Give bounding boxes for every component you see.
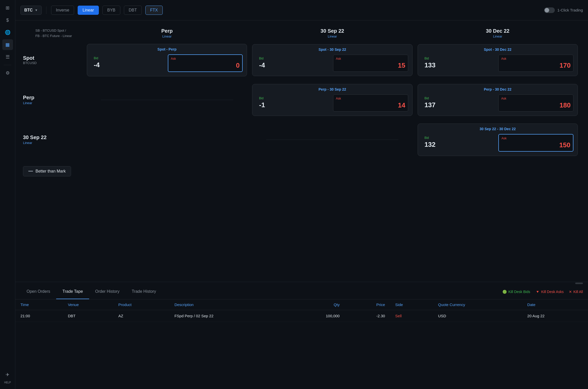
ask-value-spot-dec22: 170 <box>501 62 571 69</box>
td-time: 21:00 <box>15 310 63 322</box>
card-perp-dec22-title: Perp - 30 Dec 22 <box>422 87 573 91</box>
tab-trade-tape[interactable]: Trade Tape <box>56 284 89 299</box>
bid-box-perp-dec22: Bid 137 <box>422 94 497 112</box>
sidebar-icon-list[interactable]: ☰ <box>2 52 13 62</box>
resize-handle[interactable] <box>575 283 583 284</box>
row-label-sep22: 30 Sep 22 Linear <box>23 132 84 147</box>
asset-selector[interactable]: BTC ▼ <box>20 6 42 15</box>
spread-values-sep22-dec22: Bid 132 Ask 150 <box>422 134 573 152</box>
ask-label-sep22-dec22: Ask <box>501 137 570 140</box>
tab-byb[interactable]: BYB <box>102 6 120 15</box>
empty-perp-col1 <box>84 100 250 100</box>
tab-trade-history[interactable]: Trade History <box>126 284 162 299</box>
kill-all-icon: ✕ <box>569 290 572 294</box>
perp-type: Linear <box>23 101 84 105</box>
matrix-row-spot: Spot BTCUSD Spot - Perp Bid -4 Ask 0 <box>23 44 580 76</box>
tab-inverse[interactable]: Inverse <box>51 6 74 15</box>
help-label: HELP <box>4 381 11 384</box>
th-quote-currency: Quote Currency <box>433 299 522 310</box>
ask-box-spot-dec22[interactable]: Ask 170 <box>498 55 573 72</box>
bid-box-sep22-dec22: Bid 132 <box>422 134 497 152</box>
card-sep22-dec22-title: 30 Sep 22 - 30 Dec 22 <box>422 127 573 131</box>
bid-label-spot-dec22: Bid <box>425 57 495 60</box>
spread-values-spot-perp: Bid -4 Ask 0 <box>91 54 243 72</box>
ask-label-perp-dec22: Ask <box>501 97 571 100</box>
tab-order-history[interactable]: Order History <box>89 284 126 299</box>
sidebar-icon-grid[interactable]: ⊞ <box>2 3 13 13</box>
ask-label-spot-dec22: Ask <box>501 57 571 60</box>
th-qty: Qty <box>287 299 345 310</box>
sidebar-icon-dollar[interactable]: $ <box>2 15 13 26</box>
card-spot-dec22: Spot - 30 Dec 22 Bid 133 Ask 170 <box>418 44 578 76</box>
card-perp-sep22: Perp - 30 Sep 22 Bid -1 Ask 14 <box>252 84 412 116</box>
trade-table: Time Venue Product Description Qty Price… <box>15 299 588 322</box>
ask-box-sep22-dec22[interactable]: Ask 150 <box>498 134 573 152</box>
card-spot-dec22-title: Spot - 30 Dec 22 <box>422 47 573 52</box>
one-click-toggle[interactable] <box>544 7 555 13</box>
th-venue: Venue <box>63 299 113 310</box>
ask-value-perp-sep22: 14 <box>336 101 405 109</box>
bid-label-spot-sep22: Bid <box>259 57 329 60</box>
col-sep22-type: Linear <box>328 34 337 38</box>
mark-line-icon <box>28 171 33 172</box>
card-spot-perp: Spot - Perp Bid -4 Ask 0 <box>87 44 247 76</box>
ask-box-perp-sep22[interactable]: Ask 14 <box>333 94 408 112</box>
table-row: 21:00 DBT AZ FSpd Perp / 02 Sep 22 100,0… <box>15 310 588 322</box>
kill-desk-bids-button[interactable]: 🟢 Kill Desk Bids <box>502 290 530 294</box>
ask-label-perp-sep22: Ask <box>336 97 405 100</box>
header-sep22: 30 Sep 22 Linear <box>250 26 415 44</box>
tab-open-orders[interactable]: Open Orders <box>20 284 56 299</box>
header-empty: SB - BTCUSD Spot /FB - BTC Future - Line… <box>23 26 84 44</box>
ask-value-spot-perp: 0 <box>171 62 240 69</box>
header-perp: Perp Linear <box>84 26 250 44</box>
sidebar-icon-dashboard[interactable]: ▦ <box>2 39 13 50</box>
th-product: Product <box>113 299 169 310</box>
kill-desk-asks-button[interactable]: 🔻 Kill Desk Asks <box>535 290 564 294</box>
sidebar-icon-settings[interactable]: ⚙ <box>2 68 13 78</box>
td-quote-currency: USD <box>433 310 522 322</box>
th-time: Time <box>15 299 63 310</box>
bid-value-spot-perp: -4 <box>94 61 164 69</box>
empty-sep22-col2 <box>250 140 415 140</box>
tab-ftx[interactable]: FTX <box>145 6 163 15</box>
bid-box-perp-sep22: Bid -1 <box>256 94 332 112</box>
th-date: Date <box>522 299 588 310</box>
col-dec22-type: Linear <box>493 34 502 38</box>
bid-value-spot-dec22: 133 <box>425 61 495 69</box>
ask-box-spot-sep22[interactable]: Ask 15 <box>333 55 408 72</box>
matrix-row-sep22: 30 Sep 22 Linear 30 Sep 22 - 30 Dec 22 B… <box>23 124 580 156</box>
matrix-area: SB - BTCUSD Spot /FB - BTC Future - Line… <box>15 20 588 282</box>
tab-linear[interactable]: Linear <box>78 6 99 15</box>
row-label-perp: Perp Linear <box>23 92 84 107</box>
th-price: Price <box>345 299 390 310</box>
spread-values-perp-dec22: Bid 137 Ask 180 <box>422 94 573 112</box>
bid-value-sep22-dec22: 132 <box>425 141 495 149</box>
matrix-row-perp: Perp Linear Perp - 30 Sep 22 Bid -1 Ask … <box>23 84 580 116</box>
ask-value-sep22-dec22: 150 <box>501 141 570 149</box>
help-icon[interactable]: ✈ <box>2 369 13 380</box>
bid-value-spot-sep22: -4 <box>259 61 329 69</box>
ask-box-spot-perp[interactable]: Ask 0 <box>168 54 243 72</box>
kill-all-button[interactable]: ✕ Kill All <box>569 290 583 294</box>
toggle-knob <box>545 8 549 13</box>
spot-name: Spot <box>23 55 84 61</box>
spot-sublabel: BTCUSD <box>23 61 84 65</box>
card-sep22-dec22: 30 Sep 22 - 30 Dec 22 Bid 132 Ask 150 <box>418 124 578 156</box>
perp-name: Perp <box>23 95 84 101</box>
card-spot-perp-title: Spot - Perp <box>91 47 243 51</box>
col-dec22-name: 30 Dec 22 <box>486 28 509 34</box>
card-perp-dec22: Perp - 30 Dec 22 Bid 137 Ask 180 <box>418 84 578 116</box>
td-qty: 100,000 <box>287 310 345 322</box>
sidebar-icon-globe[interactable]: 🌐 <box>2 27 13 38</box>
ask-label-spot-sep22: Ask <box>336 57 405 60</box>
ask-box-perp-dec22[interactable]: Ask 180 <box>498 94 573 112</box>
bid-label-sep22-dec22: Bid <box>425 136 495 140</box>
better-than-mark-button[interactable]: Better than Mark <box>23 166 71 176</box>
table-header: Time Venue Product Description Qty Price… <box>15 299 588 310</box>
spread-values-spot-sep22: Bid -4 Ask 15 <box>256 55 408 72</box>
bid-label-perp-sep22: Bid <box>259 96 329 100</box>
tab-dbt[interactable]: DBT <box>124 6 142 15</box>
th-side: Side <box>390 299 433 310</box>
better-mark-label: Better than Mark <box>36 169 66 174</box>
bid-value-perp-sep22: -1 <box>259 101 329 109</box>
